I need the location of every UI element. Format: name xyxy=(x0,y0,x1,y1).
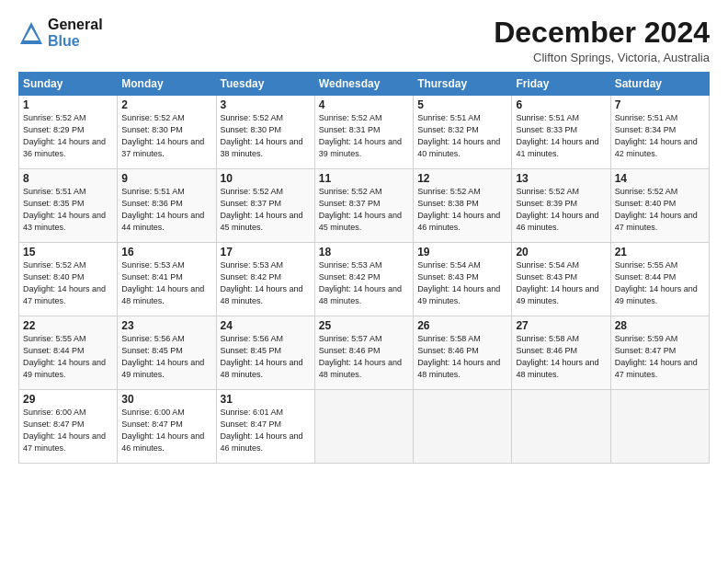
cell-3-4: 18Sunrise: 5:53 AMSunset: 8:42 PMDayligh… xyxy=(314,243,413,316)
page: General Blue December 2024 Clifton Sprin… xyxy=(0,0,728,563)
cell-4-7: 28Sunrise: 5:59 AMSunset: 8:47 PMDayligh… xyxy=(610,316,709,390)
header-thursday: Thursday xyxy=(414,73,512,96)
week-row-1: 1Sunrise: 5:52 AMSunset: 8:29 PMDaylight… xyxy=(19,96,710,169)
header: General Blue December 2024 Clifton Sprin… xyxy=(18,17,710,64)
cell-5-1: 29Sunrise: 6:00 AMSunset: 8:47 PMDayligh… xyxy=(19,390,118,464)
location: Clifton Springs, Victoria, Australia xyxy=(494,51,710,64)
day-number: 8 xyxy=(23,172,113,185)
week-row-4: 22Sunrise: 5:55 AMSunset: 8:44 PMDayligh… xyxy=(19,316,710,390)
day-number: 20 xyxy=(516,246,606,259)
cell-info: Sunrise: 5:52 AMSunset: 8:40 PMDaylight:… xyxy=(615,186,705,234)
cell-info: Sunrise: 5:54 AMSunset: 8:43 PMDaylight:… xyxy=(516,259,606,307)
logo-area: General Blue xyxy=(18,17,103,49)
logo-general: General xyxy=(48,17,103,33)
day-number: 22 xyxy=(23,319,113,332)
day-number: 23 xyxy=(121,319,211,332)
cell-info: Sunrise: 5:53 AMSunset: 8:42 PMDaylight:… xyxy=(221,259,311,307)
day-number: 30 xyxy=(121,393,211,406)
day-number: 6 xyxy=(516,98,606,111)
cell-1-4: 4Sunrise: 5:52 AMSunset: 8:31 PMDaylight… xyxy=(314,96,413,169)
cell-5-5 xyxy=(414,390,512,464)
logo-blue: Blue xyxy=(48,33,103,50)
cell-info: Sunrise: 5:51 AMSunset: 8:32 PMDaylight:… xyxy=(417,112,507,160)
cell-5-2: 30Sunrise: 6:00 AMSunset: 8:47 PMDayligh… xyxy=(118,390,216,464)
cell-2-3: 10Sunrise: 5:52 AMSunset: 8:37 PMDayligh… xyxy=(216,169,314,243)
cell-2-4: 11Sunrise: 5:52 AMSunset: 8:37 PMDayligh… xyxy=(314,169,413,243)
cell-4-4: 25Sunrise: 5:57 AMSunset: 8:46 PMDayligh… xyxy=(314,316,413,390)
cell-info: Sunrise: 5:51 AMSunset: 8:34 PMDaylight:… xyxy=(615,112,705,160)
day-number: 26 xyxy=(417,319,507,332)
cell-4-3: 24Sunrise: 5:56 AMSunset: 8:45 PMDayligh… xyxy=(216,316,314,390)
day-number: 7 xyxy=(615,98,705,111)
cell-2-6: 13Sunrise: 5:52 AMSunset: 8:39 PMDayligh… xyxy=(512,169,610,243)
day-number: 28 xyxy=(615,319,705,332)
cell-info: Sunrise: 5:57 AMSunset: 8:46 PMDaylight:… xyxy=(319,333,409,381)
day-number: 16 xyxy=(121,246,211,259)
cell-info: Sunrise: 5:52 AMSunset: 8:37 PMDaylight:… xyxy=(221,186,311,234)
cell-2-7: 14Sunrise: 5:52 AMSunset: 8:40 PMDayligh… xyxy=(610,169,709,243)
day-number: 17 xyxy=(221,246,311,259)
cell-info: Sunrise: 5:52 AMSunset: 8:40 PMDaylight:… xyxy=(23,259,113,307)
cell-info: Sunrise: 6:00 AMSunset: 8:47 PMDaylight:… xyxy=(23,407,113,454)
cell-3-5: 19Sunrise: 5:54 AMSunset: 8:43 PMDayligh… xyxy=(414,243,512,316)
day-number: 21 xyxy=(615,246,705,259)
header-wednesday: Wednesday xyxy=(314,73,413,96)
header-row: SundayMondayTuesdayWednesdayThursdayFrid… xyxy=(19,73,710,96)
header-friday: Friday xyxy=(512,73,610,96)
day-number: 12 xyxy=(417,172,507,185)
week-row-5: 29Sunrise: 6:00 AMSunset: 8:47 PMDayligh… xyxy=(19,390,710,464)
cell-info: Sunrise: 5:52 AMSunset: 8:38 PMDaylight:… xyxy=(417,186,507,234)
cell-info: Sunrise: 6:01 AMSunset: 8:47 PMDaylight:… xyxy=(221,407,311,454)
cell-info: Sunrise: 5:56 AMSunset: 8:45 PMDaylight:… xyxy=(221,333,311,381)
cell-2-2: 9Sunrise: 5:51 AMSunset: 8:36 PMDaylight… xyxy=(118,169,216,243)
calendar-table: SundayMondayTuesdayWednesdayThursdayFrid… xyxy=(18,72,710,464)
cell-5-4 xyxy=(314,390,413,464)
cell-3-7: 21Sunrise: 5:55 AMSunset: 8:44 PMDayligh… xyxy=(610,243,709,316)
cell-info: Sunrise: 5:51 AMSunset: 8:35 PMDaylight:… xyxy=(23,186,113,234)
day-number: 9 xyxy=(121,172,211,185)
day-number: 25 xyxy=(319,319,409,332)
cell-info: Sunrise: 5:58 AMSunset: 8:46 PMDaylight:… xyxy=(516,333,606,381)
cell-3-2: 16Sunrise: 5:53 AMSunset: 8:41 PMDayligh… xyxy=(118,243,216,316)
cell-info: Sunrise: 5:52 AMSunset: 8:29 PMDaylight:… xyxy=(23,112,113,160)
cell-info: Sunrise: 5:52 AMSunset: 8:39 PMDaylight:… xyxy=(516,186,606,234)
day-number: 14 xyxy=(615,172,705,185)
cell-2-5: 12Sunrise: 5:52 AMSunset: 8:38 PMDayligh… xyxy=(414,169,512,243)
day-number: 11 xyxy=(319,172,409,185)
header-sunday: Sunday xyxy=(19,73,118,96)
day-number: 13 xyxy=(516,172,606,185)
month-title: December 2024 xyxy=(494,17,710,49)
cell-info: Sunrise: 6:00 AMSunset: 8:47 PMDaylight:… xyxy=(121,407,211,454)
day-number: 2 xyxy=(121,98,211,111)
cell-info: Sunrise: 5:54 AMSunset: 8:43 PMDaylight:… xyxy=(417,259,507,307)
logo-text: General Blue xyxy=(48,17,103,49)
cell-1-1: 1Sunrise: 5:52 AMSunset: 8:29 PMDaylight… xyxy=(19,96,118,169)
day-number: 18 xyxy=(319,246,409,259)
cell-2-1: 8Sunrise: 5:51 AMSunset: 8:35 PMDaylight… xyxy=(19,169,118,243)
cell-info: Sunrise: 5:53 AMSunset: 8:41 PMDaylight:… xyxy=(121,259,211,307)
day-number: 27 xyxy=(516,319,606,332)
cell-1-2: 2Sunrise: 5:52 AMSunset: 8:30 PMDaylight… xyxy=(118,96,216,169)
cell-info: Sunrise: 5:52 AMSunset: 8:30 PMDaylight:… xyxy=(221,112,311,160)
cell-5-3: 31Sunrise: 6:01 AMSunset: 8:47 PMDayligh… xyxy=(216,390,314,464)
logo-icon xyxy=(18,20,44,46)
cell-info: Sunrise: 5:55 AMSunset: 8:44 PMDaylight:… xyxy=(615,259,705,307)
cell-3-1: 15Sunrise: 5:52 AMSunset: 8:40 PMDayligh… xyxy=(19,243,118,316)
day-number: 1 xyxy=(23,98,113,111)
day-number: 4 xyxy=(319,98,409,111)
cell-1-6: 6Sunrise: 5:51 AMSunset: 8:33 PMDaylight… xyxy=(512,96,610,169)
cell-3-3: 17Sunrise: 5:53 AMSunset: 8:42 PMDayligh… xyxy=(216,243,314,316)
day-number: 15 xyxy=(23,246,113,259)
cell-3-6: 20Sunrise: 5:54 AMSunset: 8:43 PMDayligh… xyxy=(512,243,610,316)
header-saturday: Saturday xyxy=(610,73,709,96)
cell-1-3: 3Sunrise: 5:52 AMSunset: 8:30 PMDaylight… xyxy=(216,96,314,169)
cell-5-6 xyxy=(512,390,610,464)
day-number: 5 xyxy=(417,98,507,111)
cell-4-6: 27Sunrise: 5:58 AMSunset: 8:46 PMDayligh… xyxy=(512,316,610,390)
cell-info: Sunrise: 5:51 AMSunset: 8:36 PMDaylight:… xyxy=(121,186,211,234)
header-monday: Monday xyxy=(118,73,216,96)
cell-4-1: 22Sunrise: 5:55 AMSunset: 8:44 PMDayligh… xyxy=(19,316,118,390)
week-row-3: 15Sunrise: 5:52 AMSunset: 8:40 PMDayligh… xyxy=(19,243,710,316)
day-number: 24 xyxy=(221,319,311,332)
cell-info: Sunrise: 5:55 AMSunset: 8:44 PMDaylight:… xyxy=(23,333,113,381)
